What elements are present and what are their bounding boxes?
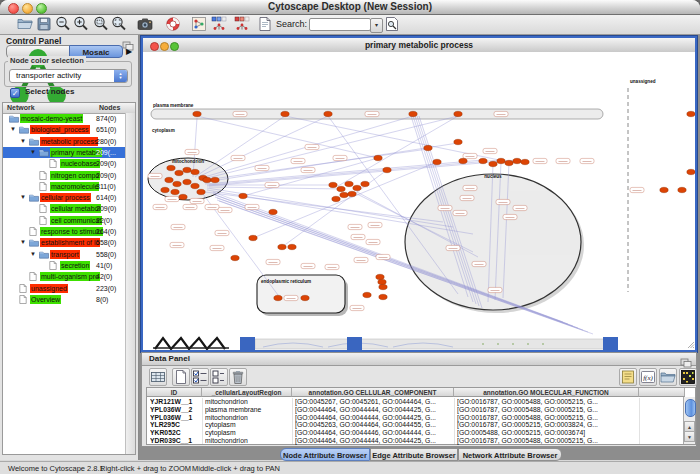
tree-row-cell-communicat[interactable]: cell communicat22(0): [3, 215, 126, 226]
function-builder-icon[interactable]: f(x): [639, 368, 657, 386]
graph-node[interactable]: [288, 244, 296, 249]
graph-node[interactable]: [211, 177, 219, 182]
graph-node[interactable]: [513, 158, 521, 163]
table-cell[interactable]: YLR295C: [150, 421, 200, 429]
attribute-matrix-icon[interactable]: [679, 368, 697, 386]
graph-node[interactable]: [269, 209, 277, 214]
table-column-header[interactable]: annotation.GO CELLULAR_COMPONENT: [292, 388, 454, 397]
network-overview-icon[interactable]: [191, 16, 207, 32]
attribute-grid-icon[interactable]: [149, 368, 167, 386]
table-column-header[interactable]: annotation.GO MOLECULAR_FUNCTION: [454, 388, 639, 397]
table-cell[interactable]: mitochondrion: [205, 398, 290, 406]
tree-row-establishment-of-lo[interactable]: ▼establishment of lo558(0): [3, 237, 126, 248]
graph-node[interactable]: [337, 186, 345, 191]
graph-node[interactable]: [433, 159, 441, 164]
table-cell[interactable]: mitochondrion: [205, 414, 290, 422]
tree-row-cellular-metabol[interactable]: cellular metabol209(0): [3, 203, 126, 214]
graph-node[interactable]: [191, 169, 199, 174]
table-cell[interactable]: cytoplasm: [205, 421, 290, 429]
graph-node[interactable]: [179, 194, 187, 199]
graph-node[interactable]: [239, 193, 247, 198]
table-cell[interactable]: YPL036W__2: [150, 406, 200, 414]
annotation-note-icon[interactable]: [619, 368, 637, 386]
tree-row-macromolecule[interactable]: macromolecule311(0): [3, 181, 126, 192]
graph-edge[interactable]: [205, 160, 483, 184]
expand-triangle-icon[interactable]: ▼: [30, 147, 36, 158]
graph-node[interactable]: [203, 177, 211, 182]
graph-node[interactable]: [361, 181, 369, 186]
table-cell[interactable]: plasma membrane: [205, 406, 290, 414]
table-cell[interactable]: [GO:0016787, GO:0005488, GO:0005215, G..…: [457, 437, 637, 445]
tree-row-transport[interactable]: ▼transport558(0): [3, 249, 126, 260]
graph-node[interactable]: [165, 177, 173, 182]
select-nodes-checkbox[interactable]: ✓: [10, 88, 20, 98]
graph-node[interactable]: [379, 294, 387, 299]
graph-node[interactable]: [454, 111, 462, 116]
unselect-attributes-icon[interactable]: [210, 368, 228, 386]
graph-edge[interactable]: [197, 116, 378, 158]
graph-node[interactable]: [345, 181, 353, 186]
save-icon[interactable]: [36, 16, 52, 32]
snapshot-icon[interactable]: [137, 16, 153, 32]
delete-attribute-icon[interactable]: [229, 368, 247, 386]
graph-node[interactable]: [378, 279, 386, 284]
titlebar[interactable]: Cytoscape Desktop (New Session): [0, 0, 700, 15]
float-panel-icon[interactable]: [680, 354, 692, 364]
table-cell[interactable]: YPL036W__1: [150, 414, 200, 422]
graph-edge[interactable]: [282, 170, 387, 247]
table-column-header[interactable]: ID: [147, 388, 202, 397]
tree-row-cellular-process[interactable]: ▼cellular process614(0): [3, 192, 126, 203]
tree-row-primary-metabol[interactable]: ▼primary metabol209(...: [3, 147, 126, 158]
zoom-out-icon[interactable]: [55, 16, 71, 32]
graph-node[interactable]: [353, 185, 361, 190]
zoom-selected-icon[interactable]: [93, 16, 109, 32]
graph-node[interactable]: [173, 181, 181, 186]
table-cell[interactable]: [GO:0016787, GO:0005488, GO:0005215, G..…: [457, 414, 637, 422]
expand-triangle-icon[interactable]: ▼: [20, 192, 26, 203]
table-column-header[interactable]: _cellularLayoutRegion: [202, 388, 292, 397]
graph-node[interactable]: [324, 111, 332, 116]
expand-triangle-icon[interactable]: ▼: [10, 124, 16, 135]
graph-node[interactable]: [687, 169, 695, 174]
table-cell[interactable]: [GO:0005488, GO:0005215, GO:0003674]: [457, 429, 637, 437]
graph-node[interactable]: [409, 111, 417, 116]
graph-node[interactable]: [376, 274, 384, 279]
graph-node[interactable]: [479, 158, 487, 163]
graph-edge[interactable]: [338, 116, 458, 186]
table-cell[interactable]: [GO:0044464, GO:0044444, GO:0044425, G..…: [295, 414, 452, 422]
table-cell[interactable]: [GO:0016787, GO:0005488, GO:0005215, G..…: [457, 406, 637, 414]
graph-node[interactable]: [183, 179, 191, 184]
graph-node[interactable]: [167, 165, 175, 170]
graph-node[interactable]: [459, 158, 467, 163]
graph-node[interactable]: [340, 192, 348, 197]
graph-node[interactable]: [197, 189, 205, 194]
tab-edge-attribute-browser[interactable]: Edge Attribute Browser: [370, 448, 458, 461]
table-cell[interactable]: YKR052C: [150, 429, 200, 437]
graph-node[interactable]: [660, 187, 668, 192]
network-canvas[interactable]: plasma membranecytoplasmmitochondrionnuc…: [143, 52, 695, 350]
layout-nodes-red-icon[interactable]: [234, 16, 250, 32]
graph-node[interactable]: [379, 284, 387, 289]
new-attribute-icon[interactable]: [172, 368, 190, 386]
expand-triangle-icon[interactable]: ▼: [20, 237, 26, 248]
tree-row-response-to-stimulu[interactable]: response to stimulu264(0): [3, 226, 126, 237]
graph-node[interactable]: [687, 111, 695, 116]
graph-node[interactable]: [193, 111, 201, 116]
network-window-titlebar[interactable]: primary metabolic process: [143, 38, 695, 53]
data-panel-titlebar[interactable]: Data Panel: [142, 353, 696, 366]
scrollbar-thumb[interactable]: [685, 399, 696, 417]
tab-node-attribute-browser[interactable]: Node Attribute Browser: [280, 448, 370, 461]
graph-node[interactable]: [281, 111, 289, 116]
table-cell[interactable]: YDR039C__1: [150, 437, 200, 445]
graph-edge[interactable]: [205, 143, 458, 182]
help-icon[interactable]: [165, 16, 181, 32]
table-cell[interactable]: [GO:0044464, GO:0044444, GO:0044425, G..…: [295, 437, 452, 445]
table-cell[interactable]: [GO:0016787, GO:0005488, GO:0005215, G..…: [457, 398, 637, 406]
graph-node[interactable]: [175, 170, 183, 175]
table-cell[interactable]: [GO:0016787, GO:0005215, GO:0003824, G..…: [457, 421, 637, 429]
table-cell[interactable]: [GO:0045263, GO:0044464, GO:0044455, G..…: [295, 421, 452, 429]
graph-node[interactable]: [348, 191, 356, 196]
graph-node[interactable]: [231, 255, 239, 260]
graph-node[interactable]: [383, 167, 391, 172]
graph-node[interactable]: [521, 159, 529, 164]
